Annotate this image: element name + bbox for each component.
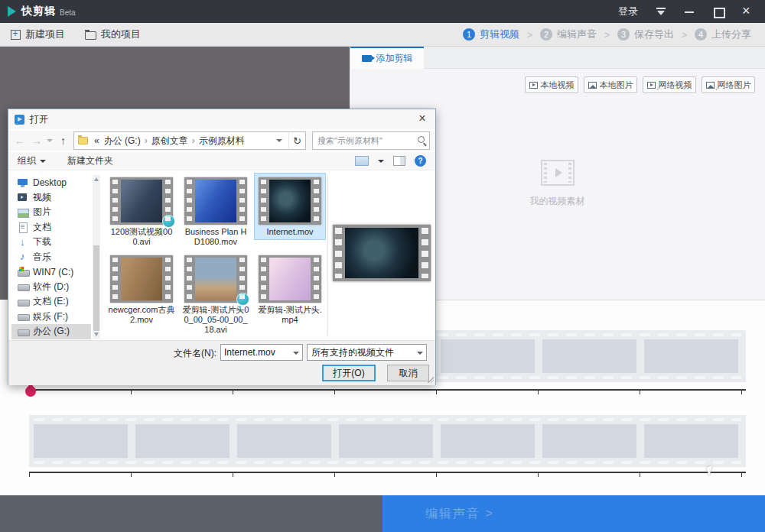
resize-grip[interactable] — [428, 377, 434, 383]
new-folder-button[interactable]: 新建文件夹 — [67, 154, 113, 167]
skin-menu-icon[interactable] — [656, 8, 666, 15]
drive-icon — [18, 311, 28, 322]
step-number: 4 — [695, 28, 707, 41]
timeline-ruler-bottom[interactable] — [29, 472, 746, 478]
step-edit-sound[interactable]: 2 编辑声音 — [540, 28, 597, 41]
new-project-button[interactable]: 新建项目 — [11, 28, 65, 41]
sidebar-item-music[interactable]: 音乐 — [11, 250, 91, 265]
login-button[interactable]: 登录 — [618, 5, 638, 18]
search-input[interactable] — [313, 132, 429, 149]
my-projects-button[interactable]: 我的项目 — [85, 28, 141, 41]
breadcrumb-drive[interactable]: 办公 (G:) — [104, 135, 141, 148]
step-label: 编辑声音 — [557, 28, 597, 41]
beta-tag: Beta — [60, 8, 76, 17]
forward-icon[interactable]: → — [31, 135, 42, 147]
drive-icon — [18, 297, 28, 307]
cancel-button[interactable]: 取消 — [387, 365, 429, 381]
file-item[interactable]: Business Plan HD1080.mov — [181, 174, 251, 249]
minimize-button[interactable] — [684, 6, 695, 17]
address-bar[interactable]: « 办公 (G:) 原创文章 示例原材料 — [73, 131, 306, 150]
web-video-button[interactable]: 网络视频 — [643, 76, 696, 93]
sidebar-item-drive-f[interactable]: 娱乐 (F:) — [11, 310, 91, 325]
web-image-button[interactable]: 网络图片 — [702, 76, 755, 93]
sidebar-item-drive-d[interactable]: 软件 (D:) — [11, 280, 91, 295]
sidebar-item-desktop[interactable]: Desktop — [11, 175, 91, 190]
sidebar-label: 文档 — [33, 221, 51, 234]
breadcrumb-folder[interactable]: 原创文章 — [151, 135, 188, 148]
sidebar-item-videos[interactable]: 视频 — [11, 190, 91, 206]
preview-pane-icon[interactable] — [393, 156, 405, 166]
view-dropdown-icon[interactable] — [378, 160, 384, 163]
edit-sound-button[interactable]: 编辑声音 > — [382, 495, 765, 532]
sidebar-label: 文档 (E:) — [33, 295, 69, 308]
change-view-icon[interactable] — [355, 156, 369, 166]
refresh-icon[interactable] — [288, 132, 305, 149]
sidebar-item-pictures[interactable]: 图片 — [11, 205, 91, 220]
breadcrumb-current[interactable]: 示例原材料 — [199, 135, 245, 148]
sidebar-label: 图片 — [33, 206, 51, 219]
organize-button[interactable]: 组织 — [18, 154, 46, 167]
bottombar-spacer — [0, 495, 382, 532]
file-name: Business Plan HD1080.mov — [181, 227, 251, 249]
sidebar-label: 办公 (G:) — [33, 325, 70, 338]
sidebar-scrollbar[interactable] — [93, 175, 100, 339]
dialog-close-icon[interactable] — [415, 112, 429, 125]
step-cut-video[interactable]: 1 剪辑视频 — [463, 28, 519, 41]
maximize-button[interactable] — [713, 6, 724, 17]
dialog-title: 打开 — [30, 113, 48, 126]
help-icon[interactable] — [415, 155, 426, 167]
filetype-combo[interactable]: 所有支持的视频文件 — [307, 344, 427, 361]
player-badge-icon — [162, 215, 175, 228]
scrollbar-thumb[interactable] — [93, 245, 99, 331]
app-name: 快剪辑 — [21, 5, 56, 18]
local-video-button[interactable]: 本地视频 — [525, 76, 578, 93]
video-thumbnail — [259, 177, 321, 225]
timeline-ruler-top[interactable] — [29, 389, 746, 395]
timeline-filmstrip-bottom[interactable] — [29, 415, 746, 467]
local-image-button[interactable]: 本地图片 — [584, 76, 637, 93]
filetype-value: 所有支持的视频文件 — [311, 346, 394, 359]
step-label: 上传分享 — [711, 28, 751, 41]
button-label: 本地视频 — [541, 79, 575, 91]
up-icon[interactable]: ↑ — [60, 135, 66, 147]
file-item-selected[interactable]: Internet.mov — [255, 174, 325, 239]
sidebar-item-drive-g[interactable]: 办公 (G:) — [11, 324, 91, 339]
close-button[interactable] — [742, 6, 753, 17]
combo-dropdown-icon[interactable] — [293, 352, 299, 355]
sidebar-label: 视频 — [33, 191, 51, 204]
system-drive-icon — [18, 267, 28, 277]
local-video-icon — [529, 82, 538, 89]
new-project-icon — [11, 30, 21, 40]
playhead-marker[interactable] — [25, 386, 36, 397]
combo-dropdown-icon — [417, 352, 423, 355]
file-item[interactable]: 爱剪辑-测试片头.mp4 — [255, 251, 325, 327]
dialog-titlebar[interactable]: 打开 — [8, 109, 435, 129]
sidebar-item-downloads[interactable]: 下载 — [11, 235, 91, 250]
downloads-icon — [18, 237, 28, 248]
cancel-button-label: 取消 — [399, 367, 418, 380]
scroll-down-icon[interactable] — [94, 332, 99, 336]
filename-input[interactable] — [221, 345, 290, 360]
sidebar-item-drive-c[interactable]: WIN7 (C:) — [11, 264, 91, 280]
back-icon[interactable]: ← — [15, 135, 25, 147]
sidebar-label: 软件 (D:) — [33, 281, 69, 294]
search-icon[interactable] — [418, 136, 425, 143]
file-item[interactable]: 1208测试视频000.avi — [106, 174, 177, 249]
open-button[interactable]: 打开(O) — [322, 365, 376, 381]
step-save-export[interactable]: 3 保存导出 — [617, 28, 674, 41]
step-upload-share[interactable]: 4 上传分享 — [695, 28, 751, 41]
sidebar-item-documents[interactable]: 文档 — [11, 220, 91, 235]
history-dropdown-icon[interactable] — [47, 139, 53, 142]
dialog-footer: 文件名(N): 所有支持的视频文件 打开(O) 取消 — [8, 340, 435, 385]
videos-icon — [18, 192, 28, 203]
desktop-icon — [18, 177, 28, 188]
sidebar-item-drive-e[interactable]: 文档 (E:) — [11, 294, 91, 310]
file-item[interactable]: 爱剪辑-测试片头00_00_05-00_00_18.avi — [181, 251, 251, 337]
scroll-up-icon[interactable] — [94, 177, 99, 181]
breadcrumb-separator-icon — [143, 135, 149, 146]
video-camera-icon — [362, 55, 372, 62]
web-video-icon — [647, 82, 656, 89]
address-dropdown-icon[interactable] — [276, 139, 282, 142]
file-item[interactable]: newcger.com古典2.mov — [106, 251, 177, 327]
tab-add-clip[interactable]: 添加剪辑 — [350, 47, 424, 69]
